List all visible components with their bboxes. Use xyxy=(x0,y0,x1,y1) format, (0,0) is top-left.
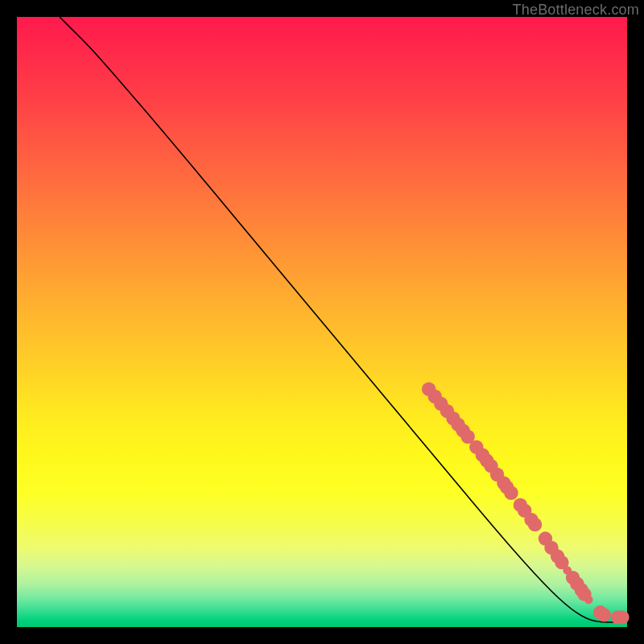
data-point xyxy=(584,596,593,605)
chart-overlay xyxy=(17,17,627,627)
data-point xyxy=(615,610,629,624)
data-dots xyxy=(422,382,630,625)
data-point xyxy=(528,518,542,531)
data-point xyxy=(504,486,518,500)
bottleneck-curve xyxy=(60,17,621,622)
chart-frame: TheBottleneck.com xyxy=(0,0,644,644)
data-point xyxy=(597,608,610,621)
attribution-label: TheBottleneck.com xyxy=(513,2,639,19)
